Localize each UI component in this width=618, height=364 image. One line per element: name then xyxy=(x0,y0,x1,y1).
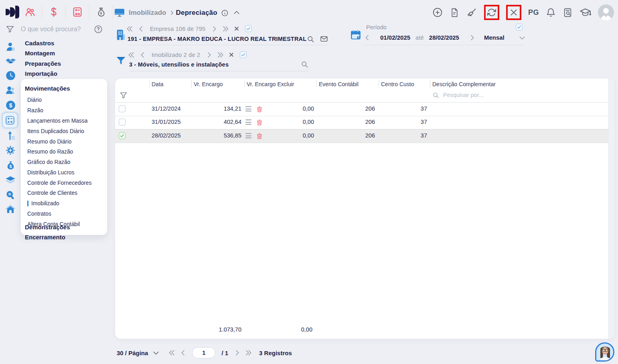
help-icon[interactable] xyxy=(94,25,103,34)
company-mail-icon[interactable] xyxy=(320,35,328,43)
dollar-circle-icon[interactable]: $ xyxy=(4,99,16,111)
page-size-select[interactable]: 30 / Página xyxy=(117,350,148,356)
handshake-icon[interactable] xyxy=(4,55,16,67)
document-icon[interactable] xyxy=(450,8,460,18)
prev-period-icon[interactable] xyxy=(365,34,371,40)
dollar-module-icon[interactable] xyxy=(48,6,60,18)
period-mode-select[interactable]: Mensal xyxy=(484,34,505,41)
submenu-item-controle-de-fornecedores[interactable]: Controle de Fornecedores xyxy=(21,178,107,188)
notifications-bell-icon[interactable] xyxy=(546,8,556,18)
submenu-item-lancamentos-em-massa[interactable]: Lançamentos em Massa xyxy=(21,116,107,126)
submenu-item-contratos[interactable]: Contratos xyxy=(21,209,107,219)
collapse-chevron-icon[interactable] xyxy=(234,11,239,16)
layers-icon[interactable] xyxy=(4,174,16,186)
clear-filter-icon[interactable] xyxy=(229,52,234,57)
sidebar-item-montagem[interactable]: Montagem xyxy=(25,50,55,57)
broom-icon[interactable] xyxy=(466,7,477,18)
sidebar-item-cadastros[interactable]: Cadastros xyxy=(25,40,54,47)
period-end-date[interactable]: 28/02/2025 xyxy=(429,34,459,41)
calculator-module-icon[interactable] xyxy=(71,6,83,18)
next-period-icon[interactable] xyxy=(468,34,474,40)
calculator-rail-active[interactable] xyxy=(2,112,18,128)
first-filter-icon[interactable] xyxy=(129,53,136,57)
col-header-data[interactable]: Data xyxy=(152,81,164,87)
sidebar-item-demonstracoes[interactable]: Demonstrações xyxy=(25,224,70,231)
refresh-icon[interactable] xyxy=(487,8,496,17)
table-row[interactable]: 31/12/2024 134,21 0,00 206 37 xyxy=(115,103,609,116)
support-chat-avatar[interactable] xyxy=(595,342,614,362)
filter-search-magnifier-icon[interactable] xyxy=(301,61,308,68)
col-header-vr-encargo-excluir[interactable]: Vr. Encargo Excluir xyxy=(247,81,294,87)
submenu-item-resumo-do-razao[interactable]: Resumo do Razão xyxy=(21,147,107,157)
users-icon[interactable] xyxy=(4,84,16,96)
submenu-item-imobilizado-active[interactable]: Imobilizado xyxy=(21,198,107,209)
sidebar-search-input[interactable] xyxy=(20,25,94,33)
next-filter-icon[interactable] xyxy=(205,52,211,57)
table-search-input[interactable] xyxy=(442,91,564,99)
col-header-vr-encargo[interactable]: Vr. Encargo xyxy=(194,81,223,87)
money-bag-icon[interactable]: $ xyxy=(4,159,16,171)
period-start-date[interactable]: 01/02/2025 xyxy=(380,34,410,41)
last-page-icon[interactable] xyxy=(244,351,251,355)
table-row-selected[interactable]: 28/02/2025 536,85 0,00 206 37 xyxy=(115,129,609,143)
row-checkbox[interactable] xyxy=(119,105,126,112)
table-filter-funnel-icon[interactable] xyxy=(120,91,128,99)
first-company-icon[interactable] xyxy=(128,27,134,31)
sidebar-item-preparacoes[interactable]: Preparações xyxy=(25,60,61,67)
pg-button[interactable]: PG xyxy=(528,8,539,17)
row-checkbox-checked[interactable] xyxy=(119,132,126,139)
cell-data: 31/01/2025 xyxy=(152,119,181,125)
period-mode-chevron-icon[interactable] xyxy=(519,34,525,39)
first-page-icon[interactable] xyxy=(170,351,176,355)
clear-company-icon[interactable] xyxy=(234,26,239,31)
home-icon[interactable] xyxy=(4,203,16,215)
col-header-descricao-complementar[interactable]: Descrição Complementar xyxy=(432,81,496,87)
next-page-icon[interactable] xyxy=(233,350,239,356)
page-size-chevron-icon[interactable] xyxy=(153,349,159,355)
sidebar-item-encerramento[interactable]: Encerramento xyxy=(25,234,65,241)
table-scrollbar-gutter[interactable] xyxy=(608,79,614,339)
company-search-icon[interactable] xyxy=(307,35,314,43)
breadcrumb-parent[interactable]: Imobilizado xyxy=(129,9,166,17)
total-vr-encargo-excluir: 0,00 xyxy=(247,326,312,333)
academy-graduation-cap-icon[interactable] xyxy=(580,7,591,18)
info-icon[interactable] xyxy=(221,10,228,16)
sidebar-item-movimentacoes[interactable]: Movimentações xyxy=(21,79,107,95)
document-search-icon[interactable] xyxy=(563,8,573,18)
prev-filter-icon[interactable] xyxy=(141,52,146,57)
gear-icon[interactable] xyxy=(4,144,16,156)
money-bag-module-icon[interactable]: $ xyxy=(95,6,107,18)
app-logo[interactable] xyxy=(5,6,21,18)
period-until-label: até xyxy=(415,34,424,41)
building-icon xyxy=(115,29,126,41)
sidebar-item-importacao[interactable]: Importação xyxy=(25,70,57,77)
search-audit-icon[interactable] xyxy=(4,189,16,201)
growth-percent-icon[interactable] xyxy=(4,129,16,142)
col-header-evento-contabil[interactable]: Evento Contábil xyxy=(319,81,359,87)
last-company-icon[interactable] xyxy=(221,27,228,31)
col-header-centro-custo[interactable]: Centro Custo xyxy=(381,81,414,87)
submenu-item-diario[interactable]: Diário xyxy=(21,95,107,105)
submenu-item-itens-duplicados-diario[interactable]: Itens Duplicados Diário xyxy=(21,126,107,136)
filter-checkbox[interactable] xyxy=(240,51,247,58)
close-icon[interactable] xyxy=(509,8,518,17)
add-icon[interactable] xyxy=(432,7,443,18)
submenu-item-resumo-do-diario[interactable]: Resumo do Diário xyxy=(21,136,107,147)
company-filter-checkbox[interactable] xyxy=(245,25,252,32)
page-number-input[interactable] xyxy=(192,347,215,358)
next-company-icon[interactable] xyxy=(211,26,216,31)
table-row[interactable]: 31/01/2025 402,64 0,00 206 37 xyxy=(115,116,609,129)
last-filter-icon[interactable] xyxy=(216,53,223,57)
user-settings-icon[interactable] xyxy=(4,40,16,53)
prev-company-icon[interactable] xyxy=(139,26,145,31)
submenu-item-controle-de-clientes[interactable]: Controle de Clientes xyxy=(21,188,107,198)
people-module-icon[interactable] xyxy=(24,6,36,18)
submenu-item-distribuicao-lucros[interactable]: Distribuição Lucros xyxy=(21,167,107,178)
periodo-checkbox[interactable] xyxy=(516,24,523,30)
submenu-item-razao[interactable]: Razão xyxy=(21,105,107,116)
submenu-item-grafico-do-razao[interactable]: Gráfico do Razão xyxy=(21,157,107,168)
clock-icon[interactable] xyxy=(4,69,16,81)
prev-page-icon[interactable] xyxy=(181,350,187,356)
user-avatar[interactable] xyxy=(598,4,614,20)
row-checkbox[interactable] xyxy=(119,119,126,125)
